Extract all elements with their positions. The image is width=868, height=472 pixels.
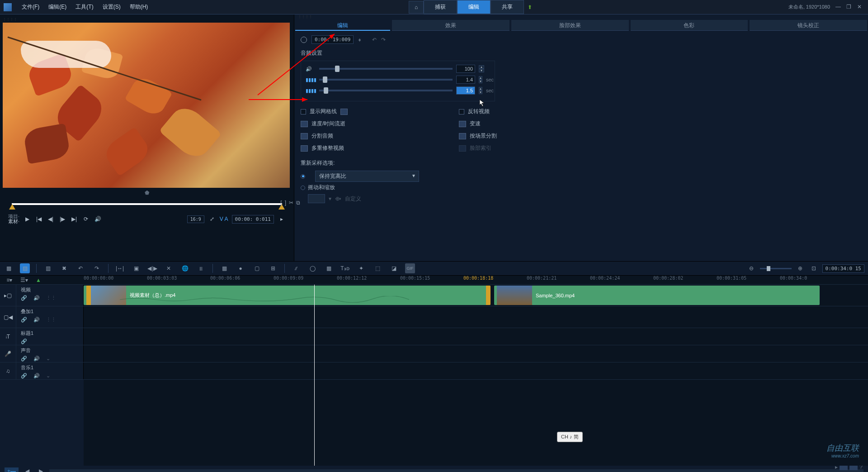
tool-icon-6[interactable]: ✕ bbox=[164, 263, 174, 273]
tool-icon-3[interactable]: |↔| bbox=[115, 263, 125, 273]
undo-icon[interactable]: ↶ bbox=[372, 37, 377, 43]
menu-tools[interactable]: 工具(T) bbox=[71, 1, 98, 13]
scroll-left-icon[interactable]: ◀ bbox=[22, 466, 32, 472]
tool-icon-4[interactable]: ▣ bbox=[131, 263, 141, 273]
footer-badge[interactable]: +▬ bbox=[5, 467, 19, 472]
ruler-marker-icon[interactable]: ▲ bbox=[33, 275, 43, 285]
next-frame-button[interactable]: |▶ bbox=[58, 215, 66, 223]
marker-icon[interactable]: ⬟ bbox=[145, 190, 149, 196]
menu-file[interactable]: 文件(F) bbox=[17, 1, 44, 13]
tool-icon-18[interactable]: ◪ bbox=[389, 263, 399, 273]
grip-icon[interactable]: ⋮⋮⋮⋮ bbox=[3, 17, 291, 21]
tool-icon-8[interactable]: ⫼ bbox=[196, 263, 206, 273]
radio-pan-zoom[interactable] bbox=[301, 186, 305, 190]
prev-frame-button[interactable]: ◀| bbox=[47, 215, 55, 223]
fadeout-down[interactable]: ▼ bbox=[479, 91, 482, 94]
tool-icon-13[interactable]: ⫽ bbox=[291, 263, 301, 273]
volume-down[interactable]: ▼ bbox=[479, 69, 484, 72]
redo-icon[interactable]: ↷ bbox=[92, 263, 102, 273]
option-split-audio[interactable]: 分割音频 bbox=[301, 132, 450, 140]
tool-icon-17[interactable]: ⬚ bbox=[373, 263, 382, 273]
tool-icon-2[interactable]: ✖ bbox=[59, 263, 69, 273]
close-icon[interactable]: ✕ bbox=[857, 4, 864, 11]
pan-zoom-label[interactable]: 摇动和缩放 bbox=[308, 184, 335, 191]
fadeout-up[interactable]: ▲ bbox=[479, 87, 482, 91]
tool-icon-7[interactable]: 🌐 bbox=[180, 263, 190, 273]
grid-icon[interactable]: ⋮⋮ bbox=[46, 295, 56, 301]
undo-icon[interactable]: ↶ bbox=[75, 263, 85, 273]
trim-bar[interactable]: [ ] ✂ ⧉ bbox=[12, 200, 282, 209]
ruler-menu-icon[interactable]: ≡▾ bbox=[5, 275, 14, 285]
track-type-voice-icon[interactable]: 🎤 bbox=[0, 345, 16, 362]
home-button[interactable]: ⌂ bbox=[409, 1, 424, 14]
subtab-lens[interactable]: 镜头校正 bbox=[750, 20, 867, 31]
expand-icon[interactable]: ⌄ bbox=[46, 373, 50, 379]
volume-up[interactable]: ▲ bbox=[479, 65, 484, 69]
h-scrollbar[interactable] bbox=[49, 469, 863, 472]
volume-input[interactable] bbox=[456, 65, 475, 73]
timeline-ruler[interactable]: ≡▾ ☰▾ ▲ 00:00:00:00 00:00:03:03 00:00:06… bbox=[0, 276, 868, 285]
tool-icon-12[interactable]: ⊞ bbox=[268, 263, 278, 273]
option-multi-trim[interactable]: 多重修整视频 bbox=[301, 144, 450, 152]
trim-in-handle[interactable] bbox=[9, 204, 15, 210]
option-grid[interactable]: 显示网格线 bbox=[301, 108, 450, 115]
clip-handle-right[interactable] bbox=[486, 286, 491, 305]
fadein-slider[interactable] bbox=[319, 79, 453, 81]
tool-icon-15[interactable]: ▦ bbox=[324, 263, 334, 273]
mark-in-icon[interactable]: [ bbox=[280, 200, 282, 206]
redo-icon[interactable]: ↷ bbox=[381, 37, 386, 43]
tool-icon-1[interactable]: ▥ bbox=[43, 263, 53, 273]
fadeout-slider[interactable] bbox=[319, 90, 453, 91]
tab-edit[interactable]: 编辑 bbox=[457, 0, 491, 14]
clip-2[interactable]: Sample_360.mp4 bbox=[494, 286, 820, 305]
mute-icon[interactable]: 🔊 bbox=[33, 317, 40, 323]
track-head-title[interactable]: 标题1 🔗 bbox=[16, 328, 84, 345]
tool-icon-5[interactable]: ◀|▶ bbox=[147, 263, 157, 273]
subtab-face[interactable]: 脸部效果 bbox=[511, 20, 629, 31]
track-head-voice[interactable]: 声音 🔗🔊⌄ bbox=[16, 345, 84, 362]
tool-icon-14[interactable]: ◯ bbox=[307, 263, 317, 273]
gif-icon[interactable]: GIF bbox=[405, 263, 415, 273]
go-end-button[interactable]: ▶| bbox=[70, 215, 78, 223]
resize-icon[interactable]: ⤢ bbox=[208, 215, 216, 223]
mark-out-icon[interactable]: ] bbox=[285, 200, 286, 206]
grid-config-icon[interactable] bbox=[340, 109, 348, 115]
material-mode-label[interactable]: 素材· bbox=[8, 219, 19, 224]
tool-icon-11[interactable]: ▢ bbox=[252, 263, 262, 273]
zoom-in-icon[interactable]: ⊕ bbox=[795, 263, 805, 273]
volume-slider[interactable] bbox=[319, 68, 453, 70]
option-scene-split[interactable]: 按场景分割 bbox=[459, 132, 862, 140]
track-head-music[interactable]: 音乐1 🔗🔊⌄ bbox=[16, 362, 84, 379]
link-icon[interactable]: 🔗 bbox=[21, 339, 27, 344]
volume-icon[interactable]: 🔊 bbox=[94, 215, 102, 223]
expand-icon[interactable]: ⌄ bbox=[46, 356, 50, 362]
zoom-slider[interactable] bbox=[760, 268, 792, 269]
mute-icon[interactable]: 🔊 bbox=[33, 373, 40, 379]
preview-viewport[interactable] bbox=[3, 23, 290, 188]
menu-settings[interactable]: 设置(S) bbox=[98, 1, 125, 13]
grip-icon[interactable]: ⋮⋮⋮⋮ bbox=[294, 14, 868, 18]
playhead[interactable] bbox=[314, 285, 315, 466]
upload-icon[interactable]: ⬆ bbox=[528, 4, 532, 10]
checkbox-icon[interactable] bbox=[459, 109, 464, 114]
ruler-list-icon[interactable]: ☰▾ bbox=[19, 275, 29, 285]
tool-icon-10[interactable]: ● bbox=[236, 263, 245, 273]
option-varispeed[interactable]: 变速 bbox=[459, 120, 862, 128]
aspect-ratio[interactable]: 16:9 bbox=[187, 215, 204, 223]
va-toggle[interactable]: V A bbox=[220, 216, 228, 222]
mute-icon[interactable]: 🔊 bbox=[33, 295, 40, 301]
mute-icon[interactable]: 🔊 bbox=[33, 356, 40, 362]
tab-capture[interactable]: 捕获 bbox=[424, 0, 457, 14]
track-head-video[interactable]: 视频 🔗🔊⋮⋮ bbox=[16, 285, 84, 306]
tool-icon-16[interactable]: ✦ bbox=[356, 263, 366, 273]
track-type-music-icon[interactable]: ♫ bbox=[0, 362, 16, 379]
snapshot-icon[interactable]: ⧉ bbox=[296, 200, 300, 206]
subtab-effects[interactable]: 效果 bbox=[392, 20, 509, 31]
track-head-overlay[interactable]: 叠加1 🔗🔊⋮⋮ bbox=[16, 306, 84, 328]
text-3d-icon[interactable]: T₃ᴅ bbox=[340, 263, 350, 273]
storyboard-view-icon[interactable]: ▦ bbox=[4, 263, 14, 273]
fadein-up[interactable]: ▲ bbox=[479, 76, 482, 80]
option-speed[interactable]: 速度/时间流逝 bbox=[301, 120, 450, 128]
tool-icon-9[interactable]: ▦ bbox=[219, 263, 229, 273]
track-type-overlay-icon[interactable]: ▢◀ bbox=[0, 306, 16, 328]
